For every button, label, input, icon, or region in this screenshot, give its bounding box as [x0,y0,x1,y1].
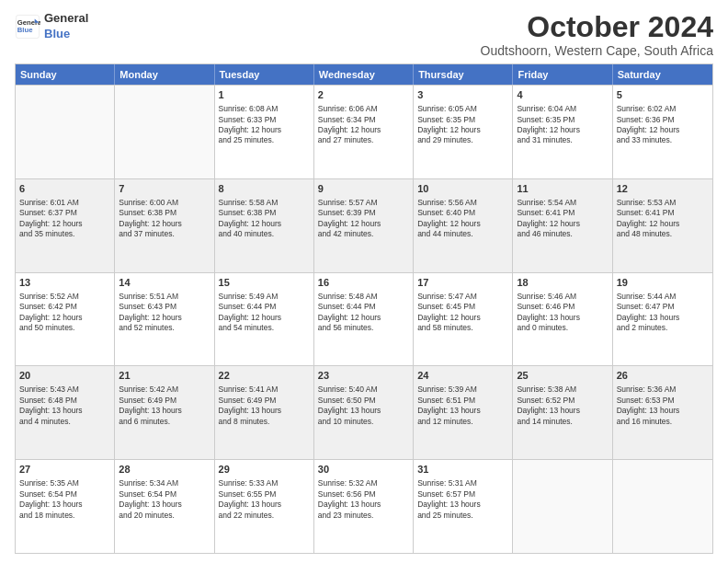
page: General Blue General Blue October 2024 O… [0,0,728,563]
calendar-cell: 28Sunrise: 5:34 AM Sunset: 6:54 PM Dayli… [115,460,214,553]
calendar-cell: 2Sunrise: 6:06 AM Sunset: 6:34 PM Daylig… [314,86,414,178]
calendar-cell: 17Sunrise: 5:47 AM Sunset: 6:45 PM Dayli… [414,273,513,366]
day-info: Sunrise: 6:06 AM Sunset: 6:34 PM Dayligh… [318,104,381,144]
day-info: Sunrise: 5:38 AM Sunset: 6:52 PM Dayligh… [517,385,580,425]
day-info: Sunrise: 5:31 AM Sunset: 6:57 PM Dayligh… [417,478,481,519]
calendar-cell: 1Sunrise: 6:08 AM Sunset: 6:33 PM Daylig… [215,86,314,178]
calendar-cell: 15Sunrise: 5:49 AM Sunset: 6:44 PM Dayli… [215,273,314,366]
svg-text:Blue: Blue [17,26,33,34]
day-number: 1 [219,88,310,102]
day-info: Sunrise: 5:32 AM Sunset: 6:56 PM Dayligh… [318,478,381,519]
calendar-cell: 11Sunrise: 5:54 AM Sunset: 6:41 PM Dayli… [513,179,612,272]
calendar-header-tuesday: Tuesday [215,64,314,85]
calendar-cell: 23Sunrise: 5:40 AM Sunset: 6:50 PM Dayli… [314,366,414,459]
calendar-cell: 6Sunrise: 6:01 AM Sunset: 6:37 PM Daylig… [16,179,115,272]
calendar-cell: 9Sunrise: 5:57 AM Sunset: 6:39 PM Daylig… [314,179,414,272]
day-number: 10 [417,182,508,196]
day-number: 15 [219,276,310,290]
logo-text: General Blue [44,11,88,42]
day-number: 31 [417,463,508,477]
calendar-week-4: 20Sunrise: 5:43 AM Sunset: 6:48 PM Dayli… [16,365,712,459]
calendar-cell [513,460,612,553]
day-info: Sunrise: 6:01 AM Sunset: 6:37 PM Dayligh… [19,198,83,238]
day-info: Sunrise: 5:36 AM Sunset: 6:53 PM Dayligh… [617,385,680,425]
day-info: Sunrise: 5:43 AM Sunset: 6:48 PM Dayligh… [19,385,83,425]
day-number: 23 [318,369,409,383]
calendar-header-thursday: Thursday [414,64,513,85]
day-info: Sunrise: 6:05 AM Sunset: 6:35 PM Dayligh… [417,104,481,144]
day-number: 19 [617,276,709,290]
calendar-cell: 4Sunrise: 6:04 AM Sunset: 6:35 PM Daylig… [513,86,612,178]
calendar-cell: 22Sunrise: 5:41 AM Sunset: 6:49 PM Dayli… [215,366,314,459]
calendar-cell: 14Sunrise: 5:51 AM Sunset: 6:43 PM Dayli… [115,273,214,366]
title-block: October 2024 Oudtshoorn, Western Cape, S… [481,11,713,58]
calendar-cell: 8Sunrise: 5:58 AM Sunset: 6:38 PM Daylig… [215,179,314,272]
day-number: 6 [19,182,110,196]
calendar-cell: 29Sunrise: 5:33 AM Sunset: 6:55 PM Dayli… [215,460,314,553]
day-number: 24 [417,369,508,383]
calendar-header-sunday: Sunday [16,64,115,85]
day-number: 27 [19,463,110,477]
day-number: 28 [119,463,210,477]
day-number: 26 [617,369,709,383]
day-info: Sunrise: 5:58 AM Sunset: 6:38 PM Dayligh… [219,198,282,238]
month-title: October 2024 [481,11,713,43]
calendar-header-wednesday: Wednesday [314,64,414,85]
calendar-header-row: SundayMondayTuesdayWednesdayThursdayFrid… [16,64,712,85]
calendar-cell: 19Sunrise: 5:44 AM Sunset: 6:47 PM Dayli… [613,273,712,366]
day-number: 13 [19,276,110,290]
calendar-cell [16,86,115,178]
day-number: 25 [517,369,608,383]
day-number: 14 [119,276,210,290]
day-info: Sunrise: 5:48 AM Sunset: 6:44 PM Dayligh… [318,292,381,332]
day-number: 8 [219,182,310,196]
calendar-cell: 5Sunrise: 6:02 AM Sunset: 6:36 PM Daylig… [613,86,712,178]
day-info: Sunrise: 6:04 AM Sunset: 6:35 PM Dayligh… [517,104,580,144]
day-info: Sunrise: 5:54 AM Sunset: 6:41 PM Dayligh… [517,198,580,238]
day-info: Sunrise: 5:34 AM Sunset: 6:54 PM Dayligh… [119,478,182,519]
day-number: 22 [219,369,310,383]
logo-icon: General Blue [15,14,40,40]
day-number: 12 [617,182,709,196]
calendar-cell: 18Sunrise: 5:46 AM Sunset: 6:46 PM Dayli… [513,273,612,366]
calendar-cell: 30Sunrise: 5:32 AM Sunset: 6:56 PM Dayli… [314,460,414,553]
calendar: SundayMondayTuesdayWednesdayThursdayFrid… [15,63,713,554]
day-info: Sunrise: 6:08 AM Sunset: 6:33 PM Dayligh… [219,104,282,144]
day-info: Sunrise: 5:53 AM Sunset: 6:41 PM Dayligh… [617,198,680,238]
day-number: 20 [19,369,110,383]
day-number: 9 [318,182,409,196]
day-info: Sunrise: 5:47 AM Sunset: 6:45 PM Dayligh… [417,292,481,332]
calendar-cell: 12Sunrise: 5:53 AM Sunset: 6:41 PM Dayli… [613,179,712,272]
calendar-cell: 31Sunrise: 5:31 AM Sunset: 6:57 PM Dayli… [414,460,513,553]
calendar-week-1: 1Sunrise: 6:08 AM Sunset: 6:33 PM Daylig… [16,85,712,178]
day-info: Sunrise: 5:40 AM Sunset: 6:50 PM Dayligh… [318,385,381,425]
calendar-cell: 27Sunrise: 5:35 AM Sunset: 6:54 PM Dayli… [16,460,115,553]
day-number: 7 [119,182,210,196]
day-info: Sunrise: 5:51 AM Sunset: 6:43 PM Dayligh… [119,292,182,332]
day-number: 16 [318,276,409,290]
calendar-header-saturday: Saturday [613,64,712,85]
calendar-cell: 7Sunrise: 6:00 AM Sunset: 6:38 PM Daylig… [115,179,214,272]
day-info: Sunrise: 5:52 AM Sunset: 6:42 PM Dayligh… [19,292,83,332]
day-info: Sunrise: 5:56 AM Sunset: 6:40 PM Dayligh… [417,198,481,238]
day-number: 18 [517,276,608,290]
day-info: Sunrise: 5:57 AM Sunset: 6:39 PM Dayligh… [318,198,381,238]
day-number: 3 [417,88,508,102]
day-number: 17 [417,276,508,290]
calendar-cell: 24Sunrise: 5:39 AM Sunset: 6:51 PM Dayli… [414,366,513,459]
calendar-header-monday: Monday [115,64,214,85]
day-number: 30 [318,463,409,477]
calendar-cell [613,460,712,553]
subtitle: Oudtshoorn, Western Cape, South Africa [481,43,713,58]
day-info: Sunrise: 5:41 AM Sunset: 6:49 PM Dayligh… [219,385,282,425]
day-number: 21 [119,369,210,383]
day-number: 29 [219,463,310,477]
day-info: Sunrise: 5:42 AM Sunset: 6:49 PM Dayligh… [119,385,182,425]
day-info: Sunrise: 6:00 AM Sunset: 6:38 PM Dayligh… [119,198,182,238]
calendar-week-3: 13Sunrise: 5:52 AM Sunset: 6:42 PM Dayli… [16,272,712,366]
day-info: Sunrise: 5:35 AM Sunset: 6:54 PM Dayligh… [19,478,83,519]
calendar-week-5: 27Sunrise: 5:35 AM Sunset: 6:54 PM Dayli… [16,459,712,553]
calendar-cell: 20Sunrise: 5:43 AM Sunset: 6:48 PM Dayli… [16,366,115,459]
calendar-cell: 25Sunrise: 5:38 AM Sunset: 6:52 PM Dayli… [513,366,612,459]
day-info: Sunrise: 5:33 AM Sunset: 6:55 PM Dayligh… [219,478,282,519]
